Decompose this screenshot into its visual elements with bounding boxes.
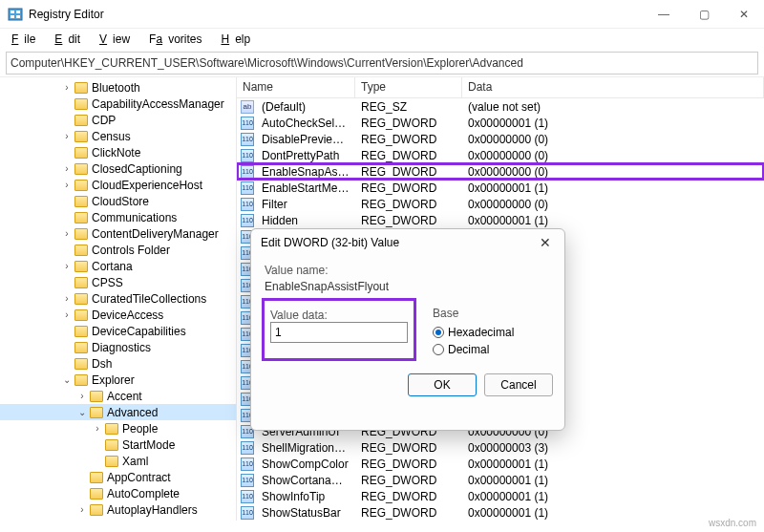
value-data: 0x00000001 (1) [462,214,764,227]
tree-item[interactable]: ›Accent [0,388,236,404]
value-row[interactable]: 110AutoCheckSelectREG_DWORD0x00000001 (1… [237,115,764,131]
value-name: Filter [256,198,355,211]
svg-rect-3 [11,15,14,18]
col-header-type[interactable]: Type [355,77,462,97]
value-row[interactable]: 110ShowCortanaButt...REG_DWORD0x00000001… [237,472,764,488]
tree-item[interactable]: ›Cortana [0,258,236,274]
tree-item[interactable]: ⌄Explorer [0,372,236,388]
value-row[interactable]: 110FilterREG_DWORD0x00000000 (0) [237,196,764,212]
reg-binary-icon: 110 [241,198,254,211]
tree-item[interactable]: CPSS [0,274,236,290]
radio-hex-icon [433,327,444,338]
tree-item[interactable]: ›Census [0,128,236,144]
radio-dec[interactable]: Decimal [433,341,514,358]
tree-item[interactable]: ›ContentDeliveryManager [0,225,236,242]
tree-item[interactable]: CDP [0,112,236,128]
chevron-right-icon[interactable]: › [61,163,73,174]
tree-item-label: Bluetooth [92,81,144,95]
menu-help[interactable]: Help [215,31,262,48]
chevron-down-icon[interactable]: ⌄ [61,374,73,385]
tree-item[interactable]: Dsh [0,355,236,372]
chevron-down-icon[interactable]: ⌄ [76,407,88,417]
chevron-right-icon[interactable]: › [92,423,103,434]
radio-hex[interactable]: Hexadecimal [433,324,514,341]
col-header-name[interactable]: Name [237,77,355,97]
tree-item[interactable]: Xaml [0,453,236,469]
menu-file[interactable]: File [6,31,47,48]
chevron-right-icon[interactable]: › [61,228,73,239]
dialog-close-button[interactable]: ✕ [536,235,555,250]
chevron-right-icon[interactable]: › [76,391,88,401]
chevron-right-icon[interactable]: › [61,180,73,190]
chevron-right-icon[interactable]: › [61,293,73,304]
tree-item-label: Accent [107,390,146,403]
chevron-right-icon[interactable]: › [61,82,73,93]
chevron-right-icon[interactable]: › [76,504,88,515]
tree-item[interactable]: ›People [0,420,236,436]
value-name: Hidden [256,214,355,227]
maximize-button[interactable]: ▢ [684,0,724,29]
chevron-right-icon[interactable]: › [61,131,73,141]
tree-item[interactable]: ›Bluetooth [0,79,236,96]
close-button[interactable]: ✕ [724,0,764,29]
svg-rect-0 [9,9,22,20]
value-row[interactable]: 110HiddenREG_DWORD0x00000001 (1) [237,212,764,228]
tree-item[interactable]: Diagnostics [0,339,236,355]
tree-item[interactable]: ›DeviceAccess [0,307,236,323]
col-header-data[interactable]: Data [462,77,764,97]
value-row[interactable]: 110ShowInfoTipREG_DWORD0x00000001 (1) [237,488,764,504]
tree-item-label: People [122,422,161,436]
tree-item[interactable]: CloudStore [0,193,236,209]
value-data: 0x00000000 (0) [462,149,764,162]
folder-icon [74,374,88,386]
chevron-right-icon[interactable]: › [61,309,73,320]
tree-item[interactable]: Controls Folder [0,242,236,258]
value-row[interactable]: 110ShellMigrationRes...REG_DWORD0x000000… [237,439,764,456]
value-row[interactable]: ab(Default)REG_SZ(value not set) [237,98,764,115]
tree-item[interactable]: StartMode [0,436,236,453]
tree-item[interactable]: ›CloudExperienceHost [0,177,236,193]
ok-button[interactable]: OK [408,373,477,396]
value-row[interactable]: 110DisablePreviewD...REG_DWORD0x00000000… [237,131,764,147]
tree-item-label: DeviceAccess [92,309,167,322]
tree-view[interactable]: ›BluetoothCapabilityAccessManagerCDP›Cen… [0,77,237,521]
value-row[interactable]: 110EnableStartMenuREG_DWORD0x00000001 (1… [237,180,764,196]
folder-icon [74,326,88,337]
tree-item[interactable]: ›ClosedCaptioning [0,160,236,177]
cancel-button[interactable]: Cancel [484,373,553,396]
tree-item[interactable]: DeviceCapabilities [0,323,236,339]
reg-binary-icon: 110 [241,441,254,455]
value-type: REG_DWORD [355,165,462,179]
svg-rect-1 [11,11,14,13]
tree-item[interactable]: ⌄Advanced [0,404,236,420]
menu-view[interactable]: View [94,31,141,48]
chevron-right-icon[interactable]: › [61,261,73,271]
tree-item[interactable]: AppContract [0,469,236,485]
folder-icon [105,423,118,435]
address-bar[interactable]: Computer\HKEY_CURRENT_USER\Software\Micr… [6,52,758,74]
value-name: AutoCheckSelect [256,117,355,130]
value-row[interactable]: 110EnableSnapAssis...REG_DWORD0x00000000… [237,163,764,180]
value-type: REG_DWORD [355,506,462,520]
menu-edit[interactable]: Edit [49,31,92,48]
value-row[interactable]: 110ShowStatusBarREG_DWORD0x00000001 (1) [237,504,764,521]
tree-item-label: ClosedCaptioning [92,162,186,176]
tree-item[interactable]: ›CuratedTileCollections [0,290,236,307]
minimize-button[interactable]: — [644,0,684,29]
value-data: 0x00000000 (0) [462,198,764,211]
tree-item-label: CDP [92,114,119,127]
tree-item[interactable]: ClickNote [0,144,236,160]
tree-item-label: Communications [92,211,180,224]
folder-icon [74,309,88,321]
tree-item[interactable]: AutoComplete [0,485,236,501]
value-name: (Default) [256,100,355,114]
value-row[interactable]: 110DontPrettyPathREG_DWORD0x00000000 (0) [237,147,764,163]
menu-favorites[interactable]: Favorites [143,31,213,48]
tree-item[interactable]: ›AutoplayHandlers [0,501,236,518]
value-row[interactable]: 110ShowCompColorREG_DWORD0x00000001 (1) [237,456,764,472]
value-type: REG_DWORD [355,458,462,471]
tree-item[interactable]: Communications [0,209,236,225]
folder-icon [74,212,88,223]
value-data-input[interactable] [270,322,408,343]
tree-item[interactable]: CapabilityAccessManager [0,96,236,112]
